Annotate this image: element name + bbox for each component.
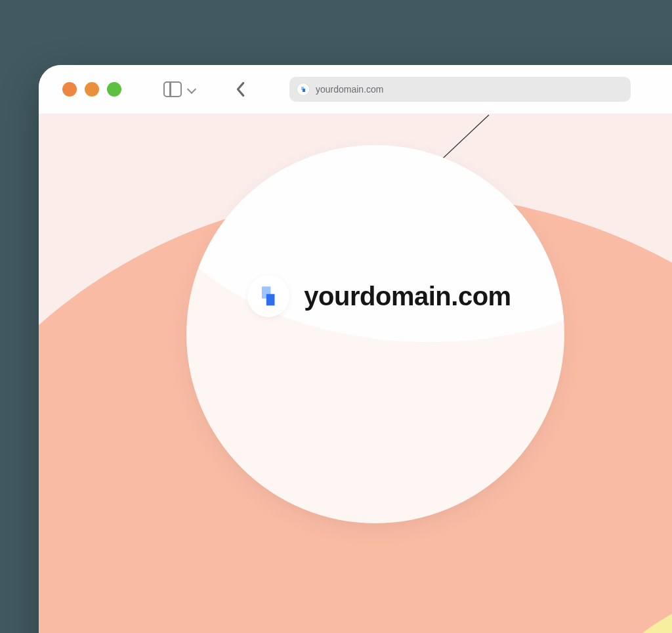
favicon-large-icon: [247, 275, 289, 317]
window-controls: [62, 82, 121, 97]
back-button[interactable]: [229, 78, 251, 100]
maximize-window-button[interactable]: [107, 82, 121, 97]
chevron-down-icon: [187, 85, 196, 94]
favicon-icon: [297, 83, 309, 95]
address-bar-url: yourdomain.com: [316, 84, 384, 95]
browser-window: yourdomain.com yourdomain.com: [39, 65, 672, 633]
address-bar[interactable]: yourdomain.com: [289, 77, 631, 102]
magnified-callout: yourdomain.com: [186, 145, 564, 523]
browser-toolbar: yourdomain.com: [39, 65, 672, 114]
page-content: yourdomain.com: [39, 114, 672, 633]
minimize-window-button[interactable]: [85, 82, 99, 97]
close-window-button[interactable]: [62, 82, 77, 97]
sidebar-icon: [163, 81, 182, 97]
sidebar-toggle-group[interactable]: [158, 76, 203, 102]
callout-domain-text: yourdomain.com: [304, 282, 511, 311]
chevron-left-icon: [235, 81, 245, 97]
